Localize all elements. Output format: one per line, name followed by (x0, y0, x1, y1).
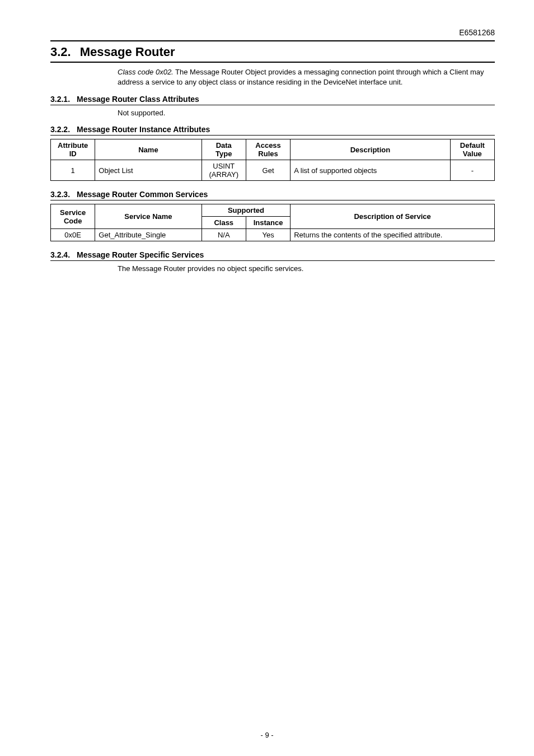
subsection-title: Message Router Class Attributes (77, 95, 199, 104)
cell-default: - (450, 160, 494, 181)
subsection-heading: 3.2.2. Message Router Instance Attribute… (50, 125, 495, 134)
page-number: - 9 - (0, 731, 534, 739)
subsection-title: Message Router Common Services (77, 190, 208, 199)
col-service-name: Service Name (95, 204, 202, 229)
subsection-heading: 3.2.1. Message Router Class Attributes (50, 95, 495, 104)
cell-access: Get (246, 160, 290, 181)
subsection-number: 3.2.2. (50, 125, 70, 134)
cell-id: 1 (51, 160, 95, 181)
col-attribute-id: Attribute ID (51, 139, 95, 160)
document-id: E6581268 (50, 28, 495, 37)
cell-class: N/A (202, 229, 246, 241)
subsection-body: The Message Router provides no object sp… (118, 264, 495, 273)
instance-attributes-table: Attribute ID Name Data Type Access Rules… (50, 139, 495, 181)
cell-description: Returns the contents of the specified at… (291, 229, 495, 241)
cell-name: Object List (95, 160, 202, 181)
table-row: 1 Object List USINT (ARRAY) Get A list o… (51, 160, 495, 181)
table-header-row: Attribute ID Name Data Type Access Rules… (51, 139, 495, 160)
col-name: Name (95, 139, 202, 160)
cell-code: 0x0E (51, 229, 95, 241)
subsection-heading: 3.2.3. Message Router Common Services (50, 190, 495, 199)
subsection-body: Not supported. (118, 109, 495, 117)
cell-service-name: Get_Attribute_Single (95, 229, 202, 241)
intro-italic: Class code 0x02. (118, 68, 174, 76)
subsection-title: Message Router Instance Attributes (77, 125, 210, 134)
subsection-number: 3.2.3. (50, 190, 70, 199)
subsection-divider (50, 260, 495, 261)
subsection-number: 3.2.1. (50, 95, 70, 104)
common-services-table: Service Code Service Name Supported Desc… (50, 204, 495, 241)
table-header-row: Service Code Service Name Supported Desc… (51, 204, 495, 217)
col-data-type: Data Type (202, 139, 246, 160)
col-access-rules: Access Rules (246, 139, 290, 160)
col-default-value: Default Value (450, 139, 494, 160)
subsection-divider (50, 105, 495, 105)
section-title: Message Router (80, 45, 175, 59)
document-page: E6581268 3.2. Message Router Class code … (0, 0, 534, 756)
col-description: Description (291, 139, 450, 160)
subsection-title: Message Router Specific Services (77, 250, 204, 259)
subsection-heading: 3.2.4. Message Router Specific Services (50, 250, 495, 259)
subsection-divider (50, 200, 495, 200)
table-row: 0x0E Get_Attribute_Single N/A Yes Return… (51, 229, 495, 241)
section-divider (50, 62, 495, 63)
col-supported: Supported (202, 204, 291, 217)
col-class: Class (202, 217, 246, 229)
col-instance: Instance (246, 217, 290, 229)
section-intro: Class code 0x02. The Message Router Obje… (118, 67, 495, 87)
section-heading: 3.2. Message Router (50, 45, 495, 59)
subsection-divider (50, 135, 495, 136)
col-service-code: Service Code (51, 204, 95, 229)
cell-description: A list of supported objects (291, 160, 450, 181)
col-service-description: Description of Service (291, 204, 495, 229)
section-number: 3.2. (50, 45, 71, 59)
header-divider (50, 40, 495, 41)
cell-data-type: USINT (ARRAY) (202, 160, 246, 181)
cell-instance: Yes (246, 229, 290, 241)
subsection-number: 3.2.4. (50, 250, 70, 259)
